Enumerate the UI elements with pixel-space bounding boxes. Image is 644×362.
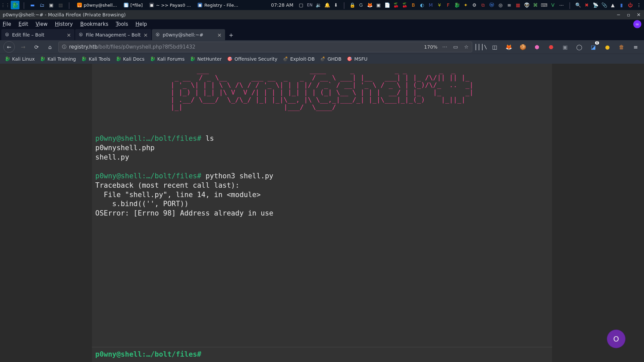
faraday-icon[interactable]: F xyxy=(444,1,452,9)
page-actions-icon[interactable]: ⋯ xyxy=(442,44,447,50)
close-button[interactable]: ✕ xyxy=(636,12,641,17)
owasp-icon[interactable]: ▦ xyxy=(514,1,522,9)
power-icon[interactable]: ⏻ xyxy=(627,1,634,9)
clock[interactable]: 07:28 AM xyxy=(271,2,293,8)
activities-icon[interactable]: ⋮⋮ xyxy=(1,1,9,9)
tab-close-icon[interactable]: × xyxy=(217,32,222,38)
radare-icon[interactable]: ⧉ xyxy=(479,1,487,9)
menu-file[interactable]: File xyxy=(3,21,11,27)
bookmark-item[interactable]: 🐉Kali Forums xyxy=(150,56,184,62)
gear-icon[interactable]: ⚙ xyxy=(471,1,478,9)
cherry1-icon[interactable]: 🍒 xyxy=(392,1,399,9)
text-icon[interactable]: 📄 xyxy=(383,1,391,9)
alien-icon[interactable]: 👽 xyxy=(523,1,530,9)
forward-button[interactable]: → xyxy=(18,42,28,52)
containers-icon[interactable]: ◪0 xyxy=(588,42,598,52)
tab-close-icon[interactable]: × xyxy=(144,32,148,38)
google-icon[interactable]: G xyxy=(357,1,365,9)
bookmark-item[interactable]: 🐉Kali Tools xyxy=(81,56,110,62)
tab-close-icon[interactable]: × xyxy=(67,32,71,38)
hamburger-menu-icon[interactable]: ≡ xyxy=(631,42,641,52)
ext1-icon[interactable]: ● xyxy=(602,42,612,52)
minimize-button[interactable]: ─ xyxy=(616,12,621,17)
terminal-input-row[interactable]: p0wny@shell:…/bolt/files# xyxy=(92,347,552,362)
menu-tools[interactable]: Tools xyxy=(116,21,128,27)
wordpress-icon[interactable]: ⓦ xyxy=(488,1,495,9)
url-bar[interactable]: ⓘ registry.htb/bolt/files/p0wnyshell.php… xyxy=(58,42,472,52)
files-icon[interactable]: 🗂 xyxy=(38,1,46,9)
foxyproxy-icon[interactable]: 🦊 xyxy=(504,42,514,52)
menu-history[interactable]: History xyxy=(55,21,73,27)
cookie-icon[interactable]: 🍪 xyxy=(518,42,528,52)
desktop-icon[interactable]: ▬ xyxy=(29,1,37,9)
site-info-icon[interactable]: ⓘ xyxy=(62,44,66,50)
wireshark-icon[interactable]: ◐ xyxy=(418,1,426,9)
ublock-icon[interactable]: ▣ xyxy=(560,42,570,52)
ghidra-icon[interactable]: 🐉 xyxy=(453,1,461,9)
metasploit-icon[interactable]: M xyxy=(427,1,434,9)
maximize-button[interactable]: ▫ xyxy=(626,12,631,17)
bookmark-item[interactable]: 🐉NetHunter xyxy=(190,56,222,62)
notifications-icon[interactable]: 🔔 xyxy=(324,1,331,9)
reader-icon[interactable]: ▭ xyxy=(453,44,458,50)
sidebar-icon[interactable]: ◫ xyxy=(490,42,500,52)
menu-edit[interactable]: Edit xyxy=(18,21,28,27)
script-icon[interactable]: ⌘ xyxy=(532,1,539,9)
lock-icon[interactable]: 🔒 xyxy=(348,1,356,9)
nikto-icon[interactable]: ◎ xyxy=(497,1,504,9)
tab[interactable]: ⦿File Management – Bolt× xyxy=(75,29,151,40)
bookmark-item[interactable]: 🎯Offensive Security xyxy=(227,56,277,62)
taskbar-entry[interactable]: 🦊p0wny@shell… xyxy=(74,1,120,9)
menu-help[interactable]: Help xyxy=(136,21,147,27)
term2-icon[interactable]: ▣ xyxy=(375,1,382,9)
zoom-level[interactable]: 170% xyxy=(422,44,439,50)
up-icon[interactable]: ▲ xyxy=(609,1,616,9)
menu-bookmarks[interactable]: Bookmarks xyxy=(80,21,108,27)
search-icon[interactable]: 🔍 xyxy=(574,1,582,9)
sqlmap-icon[interactable]: ≡ xyxy=(505,1,513,9)
bookmark-item[interactable]: 💣Exploit-DB xyxy=(283,56,315,62)
bookmark-star-icon[interactable]: ☆ xyxy=(464,44,469,50)
back-button[interactable]: ← xyxy=(3,41,15,53)
taskbar-entry[interactable]: 📄[*file] xyxy=(121,1,145,9)
menu-view[interactable]: View xyxy=(36,21,48,27)
download-icon[interactable]: ⬇ xyxy=(332,1,340,9)
taskbar-entry[interactable]: ■~ >> Payas0 … xyxy=(147,1,194,9)
more-icon[interactable]: ⋮ xyxy=(635,1,643,9)
firefox-icon[interactable]: 🦊 xyxy=(366,1,373,9)
floating-badge[interactable]: O xyxy=(607,330,625,348)
hackbar-icon[interactable]: ⬣ xyxy=(546,42,556,52)
screen-icon[interactable]: ▢ xyxy=(298,1,305,9)
net-icon[interactable]: ▮ xyxy=(618,1,625,9)
yellow-icon[interactable]: ✦ xyxy=(462,1,469,9)
library-icon[interactable]: ⎮⎮⎮\ xyxy=(476,42,486,52)
reload-button[interactable]: ⟳ xyxy=(32,42,42,52)
bookmark-item[interactable]: 🎯MSFU xyxy=(347,56,367,62)
cherry2-icon[interactable]: 🍒 xyxy=(401,1,408,9)
terminal-icon[interactable]: ▣ xyxy=(47,1,55,9)
home-button[interactable]: ⌂ xyxy=(45,42,55,52)
new-tab-button[interactable]: ＋ xyxy=(226,29,236,40)
taskbar-entry[interactable]: ■Registry - File… xyxy=(195,1,241,9)
red-x-icon[interactable]: ✖ xyxy=(583,1,590,9)
clip-icon[interactable]: 📎 xyxy=(600,1,608,9)
wappalyzer-icon[interactable]: ⬢ xyxy=(532,42,542,52)
account-icon[interactable]: ◯ xyxy=(574,42,584,52)
tab[interactable]: ⦿Edit file – Bolt× xyxy=(1,29,74,40)
hydra-icon[interactable]: ¥ xyxy=(436,1,443,9)
tab[interactable]: ⦿p0wny@shell:~#× xyxy=(152,29,225,40)
lang-indicator[interactable]: EN xyxy=(306,1,314,9)
vega-icon[interactable]: V xyxy=(549,1,556,9)
command-input[interactable] xyxy=(205,350,549,359)
bookmark-item[interactable]: 🐉Kali Linux xyxy=(5,56,35,62)
kali-menu-icon[interactable]: 🐉 xyxy=(11,1,19,9)
ext2-icon[interactable]: 🗑 xyxy=(616,42,627,52)
keyboard-icon[interactable]: ⌨ xyxy=(540,1,548,9)
dots-icon[interactable]: ⋯ xyxy=(558,1,565,9)
volume-icon[interactable]: 🔉 xyxy=(315,1,322,9)
bookmark-item[interactable]: 🐉Kali Docs xyxy=(116,56,145,62)
bookmark-item[interactable]: 💣GHDB xyxy=(320,56,341,62)
xterm-icon[interactable]: ▤ xyxy=(57,1,65,9)
antenna-icon[interactable]: 📡 xyxy=(592,1,599,9)
burp-icon[interactable]: B xyxy=(410,1,417,9)
